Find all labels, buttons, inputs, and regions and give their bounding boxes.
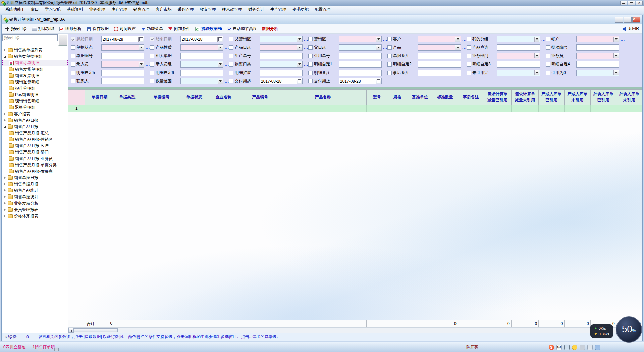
toolbar-catalog-button[interactable]: 报表目录: [5, 26, 27, 32]
filter-field-产品[interactable]: [418, 44, 461, 51]
dropdown-arrow-icon[interactable]: [455, 45, 460, 50]
checkbox-明细自定6[interactable]: [150, 71, 154, 75]
filter-field-业务员[interactable]: [576, 53, 619, 59]
checkbox-我的分组[interactable]: [467, 37, 471, 41]
menu-item-10[interactable]: 往来款管理: [219, 6, 245, 13]
checkbox-明细自定4[interactable]: [546, 62, 550, 67]
filter-field-交付期止[interactable]: 2017-08-28: [339, 78, 382, 84]
tree-item-22[interactable]: 销售产品统计: [2, 187, 68, 194]
checkbox-起始日期[interactable]: [71, 37, 75, 41]
data-analysis-button[interactable]: 数据分析: [262, 26, 278, 32]
menu-item-4[interactable]: 业务处理: [86, 6, 108, 13]
dropdown-arrow-icon[interactable]: [376, 45, 381, 50]
mdi-minimize-button[interactable]: [615, 17, 623, 23]
more-button[interactable]: ...: [304, 45, 308, 50]
filter-field-引用为0[interactable]: [576, 70, 619, 76]
tree-item-6[interactable]: 报价单明细: [2, 85, 68, 92]
filter-field-单据状态[interactable]: [101, 44, 144, 51]
filter-field-数量范围[interactable]: [180, 78, 223, 84]
more-button[interactable]: ...: [383, 45, 387, 50]
report-catalog-input[interactable]: [2, 34, 58, 41]
checkbox-明细自定3[interactable]: [467, 62, 471, 67]
tree-item-19[interactable]: 销售产品月报-发展商: [2, 168, 68, 175]
dropdown-arrow-icon[interactable]: [613, 37, 619, 42]
filter-field-录入员[interactable]: [101, 61, 144, 68]
menu-item-7[interactable]: 客户市场: [153, 6, 175, 13]
tree-item-11[interactable]: 销售产品日报: [2, 117, 68, 124]
keyboard-tray-icon[interactable]: [587, 345, 593, 350]
mdi-restore-button[interactable]: [624, 17, 632, 23]
filter-field-事后备注[interactable]: [418, 70, 461, 76]
table-row[interactable]: 1: [68, 105, 642, 112]
checkbox-营销区[interactable]: [308, 37, 313, 41]
checkbox-明细扩展[interactable]: [229, 71, 233, 75]
scroll-left-icon[interactable]: [68, 328, 74, 333]
more-button[interactable]: ...: [225, 45, 229, 50]
menu-item-11[interactable]: 财务会计: [245, 6, 267, 13]
taskbar-mini-window-icon[interactable]: [54, 348, 59, 351]
checkbox-明细自定1[interactable]: [308, 62, 313, 67]
tree-item-17[interactable]: 销售产品月报-业务员: [2, 156, 68, 162]
checkbox-业务部门[interactable]: [467, 54, 471, 58]
tree-item-3[interactable]: 销售发货单明细: [2, 66, 68, 73]
filter-field-单据编号[interactable]: [101, 53, 144, 59]
tree-item-8[interactable]: 现销销售明细: [2, 98, 68, 104]
calendar-icon[interactable]: [217, 37, 223, 42]
expand-icon[interactable]: [4, 49, 7, 52]
tree-item-20[interactable]: 销售单据日报: [2, 175, 68, 181]
tree-item-2[interactable]: 销售订单明细: [2, 60, 68, 66]
more-button[interactable]: ...: [225, 79, 229, 84]
menu-item-9[interactable]: 收支管理: [197, 6, 219, 13]
filter-field-联系人[interactable]: [101, 78, 144, 84]
taskbar-mini-window-icon[interactable]: [38, 348, 42, 351]
calendar-icon[interactable]: [138, 37, 144, 42]
column-header[interactable]: 事后备注: [458, 90, 484, 105]
scrollbar-thumb[interactable]: [74, 328, 118, 332]
tree-item-21[interactable]: 销售单据月报: [2, 181, 68, 187]
tree-item-23[interactable]: 销售单据统计: [2, 194, 68, 200]
expand-icon[interactable]: [4, 183, 7, 186]
tree-item-5[interactable]: 现销退货明细: [2, 79, 68, 85]
more-button[interactable]: ...: [304, 37, 308, 42]
menu-item-6[interactable]: 销售管理: [130, 6, 153, 13]
toolbar-chart-button[interactable]: 图形分析: [59, 26, 82, 32]
filter-field-父营销区[interactable]: [260, 36, 303, 42]
checkbox-物资归类[interactable]: [229, 62, 233, 67]
column-header[interactable]: 型号: [367, 90, 387, 105]
more-button[interactable]: ...: [621, 54, 625, 58]
tree-item-15[interactable]: 销售产品月报-客户: [2, 143, 68, 149]
calendar-icon[interactable]: [376, 79, 381, 84]
checkbox-生产单号[interactable]: [229, 54, 233, 58]
tree-item-10[interactable]: 客户报表: [2, 111, 68, 117]
expand-icon[interactable]: [4, 215, 7, 218]
mdi-close-button[interactable]: ×: [632, 17, 640, 23]
checkbox-联系人[interactable]: [71, 79, 75, 83]
expand-icon[interactable]: [4, 195, 7, 199]
filter-field-父目录[interactable]: [339, 44, 382, 51]
dropdown-arrow-icon[interactable]: [534, 53, 539, 58]
filter-field-相关单据[interactable]: [180, 53, 223, 59]
column-header[interactable]: 单据编号: [141, 90, 182, 105]
column-header[interactable]: 产品名称: [279, 90, 367, 105]
expand-icon[interactable]: [4, 208, 7, 211]
more-button[interactable]: ...: [541, 37, 546, 42]
column-header[interactable]: 规格: [387, 90, 408, 105]
toolbar-fetch-button[interactable]: 提取数据F5: [195, 26, 222, 32]
filter-field-我的分组[interactable]: [497, 36, 540, 42]
more-button[interactable]: ...: [304, 62, 308, 67]
expand-icon[interactable]: [4, 119, 7, 122]
filter-field-明细自定1[interactable]: [339, 61, 382, 68]
tree-item-4[interactable]: 销售发票明细: [2, 73, 68, 79]
filter-field-明细自定4[interactable]: [576, 61, 619, 68]
filter-field-明细自定3[interactable]: [497, 61, 540, 68]
back-button[interactable]: 返回R: [622, 26, 639, 32]
filter-field-生产单号[interactable]: [260, 53, 303, 59]
filter-field-业务部门[interactable]: [497, 53, 540, 59]
tree-item-12[interactable]: 销售产品月报: [2, 124, 68, 130]
dropdown-arrow-icon[interactable]: [613, 53, 619, 58]
column-header[interactable]: 需求计算单 减量未引用: [511, 90, 539, 105]
tree-item-9[interactable]: 退换单明细: [2, 104, 68, 111]
filter-field-明细备注[interactable]: [339, 70, 382, 76]
menu-item-5[interactable]: 库存管理: [108, 6, 130, 13]
filter-field-未引用完[interactable]: [497, 70, 540, 76]
